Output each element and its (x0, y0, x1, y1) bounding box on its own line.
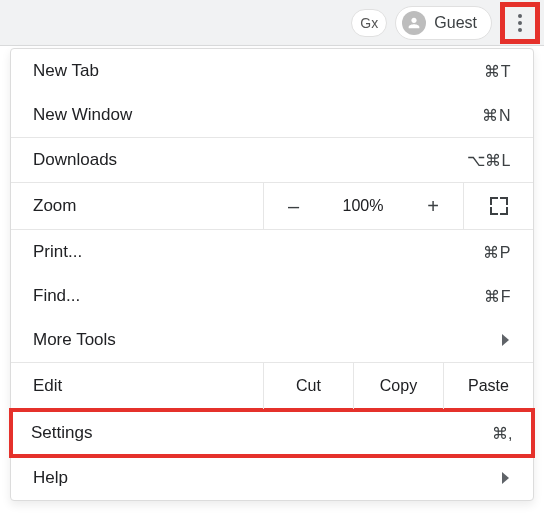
menu-label: New Tab (33, 61, 99, 81)
menu-item-new-window[interactable]: New Window ⌘N (11, 93, 533, 137)
menu-shortcut: ⌘F (484, 287, 511, 306)
menu-item-new-tab[interactable]: New Tab ⌘T (11, 49, 533, 93)
menu-item-find[interactable]: Find... ⌘F (11, 274, 533, 318)
menu-label: More Tools (33, 330, 116, 350)
menu-shortcut: ⌘T (484, 62, 511, 81)
menu-item-settings[interactable]: Settings ⌘, (13, 412, 531, 454)
fullscreen-button[interactable] (463, 183, 533, 229)
chevron-right-icon (502, 334, 509, 346)
profile-button[interactable]: Guest (395, 6, 492, 40)
copy-button[interactable]: Copy (353, 363, 443, 409)
menu-label: Settings (31, 423, 92, 443)
zoom-percent: 100% (323, 183, 403, 229)
zoom-label: Zoom (11, 196, 263, 216)
menu-item-more-tools[interactable]: More Tools (11, 318, 533, 362)
zoom-out-button[interactable]: – (263, 183, 323, 229)
menu-label: Print... (33, 242, 82, 262)
translate-icon[interactable]: Gx (351, 9, 387, 37)
menu-shortcut: ⌘N (482, 106, 511, 125)
more-vertical-icon (518, 14, 522, 32)
zoom-in-button[interactable]: + (403, 183, 463, 229)
menu-shortcut: ⌘, (492, 424, 513, 443)
menu-item-zoom: Zoom – 100% + (11, 183, 533, 229)
menu-label: Downloads (33, 150, 117, 170)
edit-label: Edit (11, 376, 263, 396)
menu-item-edit: Edit Cut Copy Paste (11, 363, 533, 409)
menu-label: Find... (33, 286, 80, 306)
menu-item-help[interactable]: Help (11, 456, 533, 500)
translate-icon-label: Gx (360, 15, 378, 31)
chevron-right-icon (502, 472, 509, 484)
menu-label: New Window (33, 105, 132, 125)
browser-toolbar: Gx Guest (0, 0, 544, 46)
menu-item-downloads[interactable]: Downloads ⌥⌘L (11, 138, 533, 182)
paste-button[interactable]: Paste (443, 363, 533, 409)
menu-shortcut: ⌘P (483, 243, 511, 262)
menu-item-print[interactable]: Print... ⌘P (11, 230, 533, 274)
cut-button[interactable]: Cut (263, 363, 353, 409)
avatar-icon (402, 11, 426, 35)
more-button-highlight (500, 2, 540, 44)
menu-label: Help (33, 468, 68, 488)
more-button[interactable] (504, 6, 536, 40)
fullscreen-icon (490, 197, 508, 215)
profile-label: Guest (434, 14, 477, 32)
menu-shortcut: ⌥⌘L (467, 151, 511, 170)
settings-highlight: Settings ⌘, (9, 408, 535, 458)
overflow-menu: New Tab ⌘T New Window ⌘N Downloads ⌥⌘L Z… (10, 48, 534, 501)
